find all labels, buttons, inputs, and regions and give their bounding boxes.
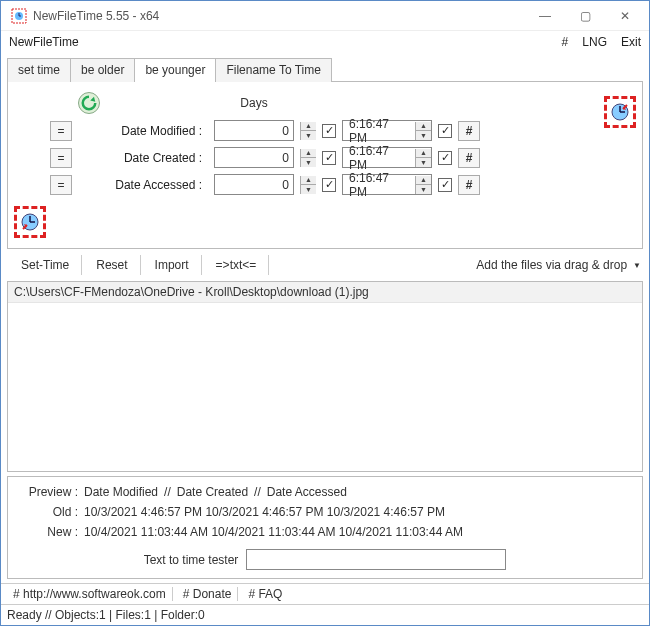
status-bar: # http://www.softwareok.com # Donate # F… xyxy=(1,583,649,625)
menu-lng[interactable]: LNG xyxy=(582,35,607,49)
time-spinner-modified[interactable]: ▲▼ xyxy=(415,122,431,140)
tab-set-time[interactable]: set time xyxy=(7,58,71,82)
days-spinner-modified[interactable]: ▲▼ xyxy=(300,122,316,140)
label-date-modified: Date Modified : xyxy=(78,124,208,138)
source-clock-icon[interactable] xyxy=(14,206,46,238)
refresh-icon[interactable] xyxy=(78,92,100,114)
enable-hash-accessed[interactable] xyxy=(438,178,452,192)
row-date-accessed: = Date Accessed : 0 ▲▼ 6:16:47 PM ▲▼ # xyxy=(50,174,596,195)
enable-time-modified[interactable] xyxy=(322,124,336,138)
status-ready: Ready // Objects:1 | Files:1 | Folder:0 xyxy=(1,605,649,625)
menu-appname[interactable]: NewFileTime xyxy=(9,35,79,49)
import-button[interactable]: Import xyxy=(143,255,202,275)
preview-panel: Preview : Date Modified // Date Created … xyxy=(7,476,643,579)
label-date-accessed: Date Accessed : xyxy=(78,178,208,192)
text-to-time-input[interactable] xyxy=(246,549,506,570)
new-label: New : xyxy=(18,525,78,539)
window-title: NewFileTime 5.55 - x64 xyxy=(33,9,525,23)
close-button[interactable]: ✕ xyxy=(605,2,645,30)
eq-button-created[interactable]: = xyxy=(50,148,72,168)
days-header: Days xyxy=(214,96,294,110)
time-spinner-accessed[interactable]: ▲▼ xyxy=(415,176,431,194)
days-input-accessed[interactable]: 0 xyxy=(214,174,294,195)
target-clock-icon[interactable] xyxy=(604,96,636,128)
maximize-button[interactable]: ▢ xyxy=(565,2,605,30)
tab-strip: set time be older be younger Filename To… xyxy=(7,57,643,82)
days-input-modified[interactable]: 0 xyxy=(214,120,294,141)
days-spinner-created[interactable]: ▲▼ xyxy=(300,149,316,167)
hash-button-accessed[interactable]: # xyxy=(458,175,480,195)
status-donate[interactable]: # Donate xyxy=(177,587,239,601)
set-time-button[interactable]: Set-Time xyxy=(9,255,82,275)
eq-button-modified[interactable]: = xyxy=(50,121,72,141)
time-input-created[interactable]: 6:16:47 PM ▲▼ xyxy=(342,147,432,168)
eq-button-accessed[interactable]: = xyxy=(50,175,72,195)
time-input-accessed[interactable]: 6:16:47 PM ▲▼ xyxy=(342,174,432,195)
file-item[interactable]: C:\Users\CF-FMendoza\OneDrive - Kroll\De… xyxy=(8,282,642,303)
label-date-created: Date Created : xyxy=(78,151,208,165)
reset-button[interactable]: Reset xyxy=(84,255,140,275)
new-values: 10/4/2021 11:03:44 AM 10/4/2021 11:03:44… xyxy=(84,525,632,539)
titlebar: NewFileTime 5.55 - x64 — ▢ ✕ xyxy=(1,1,649,31)
enable-time-accessed[interactable] xyxy=(322,178,336,192)
days-input-created[interactable]: 0 xyxy=(214,147,294,168)
tab-be-younger[interactable]: be younger xyxy=(134,58,216,82)
app-icon xyxy=(11,8,27,24)
menubar: NewFileTime # LNG Exit xyxy=(1,31,649,53)
tab-filename-to-time[interactable]: Filename To Time xyxy=(215,58,331,82)
hash-button-modified[interactable]: # xyxy=(458,121,480,141)
hash-button-created[interactable]: # xyxy=(458,148,480,168)
txt-button[interactable]: =>txt<= xyxy=(204,255,270,275)
enable-time-created[interactable] xyxy=(322,151,336,165)
row-date-created: = Date Created : 0 ▲▼ 6:16:47 PM ▲▼ # xyxy=(50,147,596,168)
enable-hash-modified[interactable] xyxy=(438,124,452,138)
tab-pane-be-younger: Days = Date Modified : 0 ▲▼ 6:16:47 PM ▲… xyxy=(7,82,643,249)
tab-be-older[interactable]: be older xyxy=(70,58,135,82)
add-files-dropdown[interactable]: Add the files via drag & drop xyxy=(476,258,641,272)
text-to-time-label: Text to time tester xyxy=(144,553,239,567)
old-values: 10/3/2021 4:46:57 PM 10/3/2021 4:46:57 P… xyxy=(84,505,632,519)
status-faq[interactable]: # FAQ xyxy=(242,587,288,601)
menu-hash[interactable]: # xyxy=(562,35,569,49)
enable-hash-created[interactable] xyxy=(438,151,452,165)
time-input-modified[interactable]: 6:16:47 PM ▲▼ xyxy=(342,120,432,141)
action-toolbar: Set-Time Reset Import =>txt<= Add the fi… xyxy=(7,249,643,281)
time-spinner-created[interactable]: ▲▼ xyxy=(415,149,431,167)
status-url[interactable]: # http://www.softwareok.com xyxy=(7,587,173,601)
row-date-modified: = Date Modified : 0 ▲▼ 6:16:47 PM ▲▼ # xyxy=(50,120,596,141)
old-label: Old : xyxy=(18,505,78,519)
menu-exit[interactable]: Exit xyxy=(621,35,641,49)
file-list[interactable]: C:\Users\CF-FMendoza\OneDrive - Kroll\De… xyxy=(7,281,643,472)
preview-label: Preview : xyxy=(18,485,78,499)
minimize-button[interactable]: — xyxy=(525,2,565,30)
days-spinner-accessed[interactable]: ▲▼ xyxy=(300,176,316,194)
